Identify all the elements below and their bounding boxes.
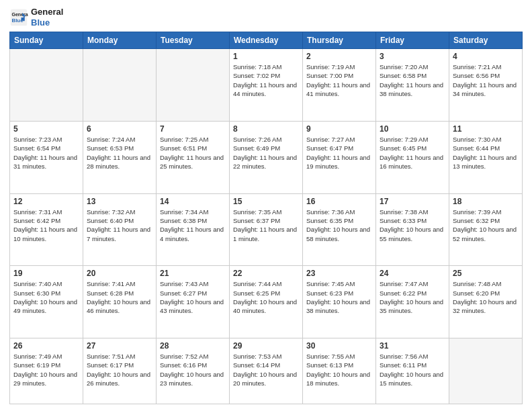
day-header-thursday: Thursday bbox=[303, 32, 376, 49]
day-info: Sunrise: 7:44 AM Sunset: 6:25 PM Dayligh… bbox=[233, 279, 299, 315]
calendar-cell: 30Sunrise: 7:55 AM Sunset: 6:13 PM Dayli… bbox=[303, 338, 376, 404]
day-number: 14 bbox=[160, 197, 226, 206]
day-header-saturday: Saturday bbox=[449, 32, 523, 49]
calendar-cell: 6Sunrise: 7:24 AM Sunset: 6:53 PM Daylig… bbox=[83, 121, 157, 193]
day-number: 22 bbox=[233, 269, 299, 278]
day-info: Sunrise: 7:25 AM Sunset: 6:51 PM Dayligh… bbox=[160, 135, 226, 171]
day-info: Sunrise: 7:51 AM Sunset: 6:17 PM Dayligh… bbox=[87, 352, 152, 387]
calendar-cell: 27Sunrise: 7:51 AM Sunset: 6:17 PM Dayli… bbox=[83, 338, 157, 404]
day-number: 7 bbox=[160, 124, 226, 134]
calendar-cell: 24Sunrise: 7:47 AM Sunset: 6:22 PM Dayli… bbox=[376, 266, 449, 338]
calendar-cell: 1Sunrise: 7:18 AM Sunset: 7:02 PM Daylig… bbox=[230, 49, 303, 122]
calendar-cell: 5Sunrise: 7:23 AM Sunset: 6:54 PM Daylig… bbox=[10, 121, 83, 193]
calendar-cell: 18Sunrise: 7:39 AM Sunset: 6:32 PM Dayli… bbox=[449, 193, 523, 266]
calendar-cell: 8Sunrise: 7:26 AM Sunset: 6:49 PM Daylig… bbox=[230, 121, 303, 193]
day-number: 15 bbox=[233, 197, 299, 206]
calendar-cell: 23Sunrise: 7:45 AM Sunset: 6:23 PM Dayli… bbox=[303, 266, 376, 338]
day-header-tuesday: Tuesday bbox=[157, 32, 230, 49]
day-number: 25 bbox=[453, 269, 519, 278]
day-info: Sunrise: 7:21 AM Sunset: 6:56 PM Dayligh… bbox=[453, 62, 519, 98]
calendar-cell: 21Sunrise: 7:43 AM Sunset: 6:27 PM Dayli… bbox=[157, 266, 230, 338]
calendar-cell bbox=[83, 49, 157, 122]
logo-icon: General Blue bbox=[9, 8, 28, 27]
day-info: Sunrise: 7:24 AM Sunset: 6:53 PM Dayligh… bbox=[87, 135, 152, 171]
calendar-cell: 31Sunrise: 7:56 AM Sunset: 6:11 PM Dayli… bbox=[376, 338, 449, 404]
day-info: Sunrise: 7:38 AM Sunset: 6:33 PM Dayligh… bbox=[380, 208, 445, 243]
week-row-3: 19Sunrise: 7:40 AM Sunset: 6:30 PM Dayli… bbox=[10, 266, 523, 338]
day-number: 11 bbox=[453, 124, 519, 134]
calendar-cell: 20Sunrise: 7:41 AM Sunset: 6:28 PM Dayli… bbox=[83, 266, 157, 338]
calendar-cell: 12Sunrise: 7:31 AM Sunset: 6:42 PM Dayli… bbox=[10, 193, 83, 266]
day-info: Sunrise: 7:29 AM Sunset: 6:45 PM Dayligh… bbox=[380, 135, 445, 171]
day-number: 30 bbox=[306, 341, 372, 351]
day-info: Sunrise: 7:45 AM Sunset: 6:23 PM Dayligh… bbox=[306, 279, 372, 315]
calendar-cell: 15Sunrise: 7:35 AM Sunset: 6:37 PM Dayli… bbox=[230, 193, 303, 266]
calendar-cell: 2Sunrise: 7:19 AM Sunset: 7:00 PM Daylig… bbox=[303, 49, 376, 122]
logo-text: General Blue bbox=[31, 7, 63, 28]
day-info: Sunrise: 7:53 AM Sunset: 6:14 PM Dayligh… bbox=[233, 352, 299, 387]
day-number: 21 bbox=[160, 269, 226, 278]
day-number: 1 bbox=[233, 52, 299, 61]
day-number: 2 bbox=[306, 52, 372, 61]
day-info: Sunrise: 7:49 AM Sunset: 6:19 PM Dayligh… bbox=[13, 352, 79, 387]
day-number: 27 bbox=[87, 341, 152, 351]
calendar-cell: 14Sunrise: 7:34 AM Sunset: 6:38 PM Dayli… bbox=[157, 193, 230, 266]
day-info: Sunrise: 7:35 AM Sunset: 6:37 PM Dayligh… bbox=[233, 208, 299, 243]
day-number: 16 bbox=[306, 197, 372, 206]
day-header-monday: Monday bbox=[83, 32, 157, 49]
day-info: Sunrise: 7:20 AM Sunset: 6:58 PM Dayligh… bbox=[380, 62, 445, 98]
day-number: 23 bbox=[306, 269, 372, 278]
day-header-friday: Friday bbox=[376, 32, 449, 49]
day-number: 18 bbox=[453, 197, 519, 206]
day-info: Sunrise: 7:18 AM Sunset: 7:02 PM Dayligh… bbox=[233, 62, 299, 98]
calendar-table: SundayMondayTuesdayWednesdayThursdayFrid… bbox=[9, 32, 523, 404]
day-info: Sunrise: 7:55 AM Sunset: 6:13 PM Dayligh… bbox=[306, 352, 372, 387]
day-number: 9 bbox=[306, 124, 372, 134]
calendar-cell: 28Sunrise: 7:52 AM Sunset: 6:16 PM Dayli… bbox=[157, 338, 230, 404]
page: General Blue General Blue SundayMondayTu… bbox=[0, 0, 532, 411]
day-info: Sunrise: 7:32 AM Sunset: 6:40 PM Dayligh… bbox=[87, 208, 152, 243]
day-info: Sunrise: 7:23 AM Sunset: 6:54 PM Dayligh… bbox=[13, 135, 79, 171]
week-row-0: 1Sunrise: 7:18 AM Sunset: 7:02 PM Daylig… bbox=[10, 49, 523, 122]
day-info: Sunrise: 7:48 AM Sunset: 6:20 PM Dayligh… bbox=[453, 279, 519, 315]
header: General Blue General Blue bbox=[9, 7, 523, 28]
day-header-sunday: Sunday bbox=[10, 32, 83, 49]
calendar-cell: 3Sunrise: 7:20 AM Sunset: 6:58 PM Daylig… bbox=[376, 49, 449, 122]
day-info: Sunrise: 7:41 AM Sunset: 6:28 PM Dayligh… bbox=[87, 279, 152, 315]
calendar-cell: 22Sunrise: 7:44 AM Sunset: 6:25 PM Dayli… bbox=[230, 266, 303, 338]
day-number: 5 bbox=[13, 124, 79, 134]
day-number: 19 bbox=[13, 269, 79, 278]
calendar-cell: 10Sunrise: 7:29 AM Sunset: 6:45 PM Dayli… bbox=[376, 121, 449, 193]
day-number: 8 bbox=[233, 124, 299, 134]
day-number: 26 bbox=[13, 341, 79, 351]
day-number: 10 bbox=[380, 124, 445, 134]
week-row-1: 5Sunrise: 7:23 AM Sunset: 6:54 PM Daylig… bbox=[10, 121, 523, 193]
day-header-wednesday: Wednesday bbox=[230, 32, 303, 49]
calendar-cell: 26Sunrise: 7:49 AM Sunset: 6:19 PM Dayli… bbox=[10, 338, 83, 404]
calendar-cell: 17Sunrise: 7:38 AM Sunset: 6:33 PM Dayli… bbox=[376, 193, 449, 266]
calendar-header-row: SundayMondayTuesdayWednesdayThursdayFrid… bbox=[10, 32, 523, 49]
day-info: Sunrise: 7:31 AM Sunset: 6:42 PM Dayligh… bbox=[13, 208, 79, 243]
day-info: Sunrise: 7:39 AM Sunset: 6:32 PM Dayligh… bbox=[453, 208, 519, 243]
day-number: 12 bbox=[13, 197, 79, 206]
day-number: 4 bbox=[453, 52, 519, 61]
calendar-cell: 7Sunrise: 7:25 AM Sunset: 6:51 PM Daylig… bbox=[157, 121, 230, 193]
calendar-cell: 9Sunrise: 7:27 AM Sunset: 6:47 PM Daylig… bbox=[303, 121, 376, 193]
calendar-cell bbox=[449, 338, 523, 404]
calendar-cell: 19Sunrise: 7:40 AM Sunset: 6:30 PM Dayli… bbox=[10, 266, 83, 338]
day-info: Sunrise: 7:30 AM Sunset: 6:44 PM Dayligh… bbox=[453, 135, 519, 171]
day-info: Sunrise: 7:40 AM Sunset: 6:30 PM Dayligh… bbox=[13, 279, 79, 315]
day-info: Sunrise: 7:26 AM Sunset: 6:49 PM Dayligh… bbox=[233, 135, 299, 171]
week-row-2: 12Sunrise: 7:31 AM Sunset: 6:42 PM Dayli… bbox=[10, 193, 523, 266]
day-info: Sunrise: 7:36 AM Sunset: 6:35 PM Dayligh… bbox=[306, 208, 372, 243]
calendar-cell bbox=[10, 49, 83, 122]
day-number: 24 bbox=[380, 269, 445, 278]
calendar-cell: 11Sunrise: 7:30 AM Sunset: 6:44 PM Dayli… bbox=[449, 121, 523, 193]
day-number: 31 bbox=[380, 341, 445, 351]
day-number: 17 bbox=[380, 197, 445, 206]
day-number: 3 bbox=[380, 52, 445, 61]
calendar-cell bbox=[157, 49, 230, 122]
calendar-cell: 4Sunrise: 7:21 AM Sunset: 6:56 PM Daylig… bbox=[449, 49, 523, 122]
day-info: Sunrise: 7:27 AM Sunset: 6:47 PM Dayligh… bbox=[306, 135, 372, 171]
day-info: Sunrise: 7:43 AM Sunset: 6:27 PM Dayligh… bbox=[160, 279, 226, 315]
